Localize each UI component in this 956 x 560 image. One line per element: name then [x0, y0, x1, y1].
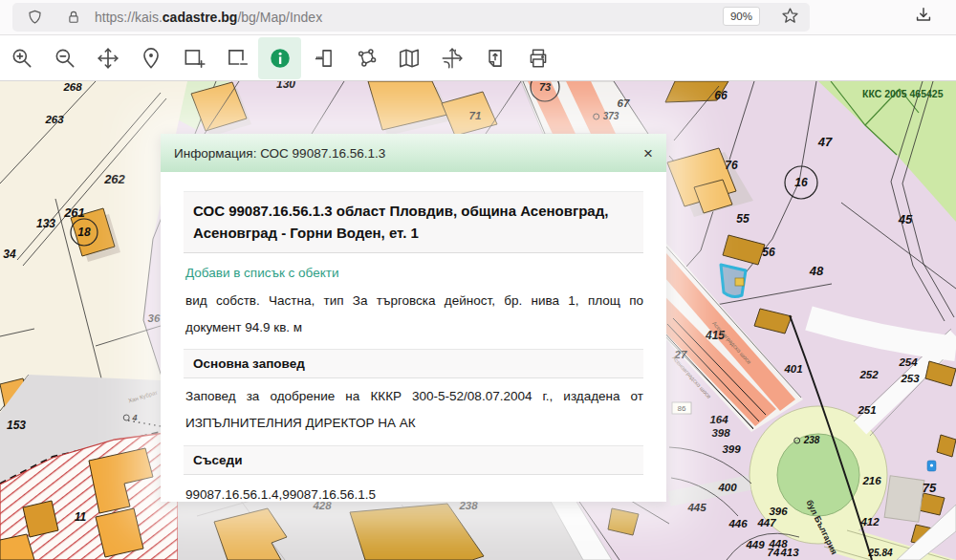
svg-text:401: 401	[783, 363, 802, 375]
svg-text:76: 76	[725, 159, 738, 172]
download-icon[interactable]	[913, 5, 934, 26]
svg-text:25.84: 25.84	[867, 548, 892, 558]
svg-text:153: 153	[7, 419, 26, 432]
svg-text:18: 18	[77, 226, 91, 239]
svg-text:268: 268	[62, 81, 82, 93]
building-gray	[884, 476, 924, 523]
neighbors-section-header: Съседи	[184, 445, 643, 475]
url-text[interactable]: https://kais.cadastre.bg/bg/Map/Index	[95, 10, 322, 25]
svg-text:34: 34	[3, 248, 16, 261]
svg-text:412: 412	[859, 516, 880, 528]
svg-text:400: 400	[717, 482, 737, 493]
svg-text:238: 238	[803, 435, 820, 445]
svg-text:48: 48	[809, 264, 824, 278]
pan-button[interactable]	[86, 37, 129, 79]
order-section-header: Основна заповед	[184, 349, 643, 378]
screen: ККС 2005 465425 268263262261133341836153…	[0, 0, 956, 560]
svg-text:251: 251	[857, 404, 876, 416]
add-to-list-link[interactable]: Добави в списък с обекти	[185, 266, 338, 280]
svg-text:399: 399	[722, 443, 741, 455]
svg-text:73: 73	[539, 81, 551, 93]
svg-text:45: 45	[898, 212, 913, 226]
svg-text:55: 55	[736, 212, 750, 226]
svg-text:47: 47	[817, 135, 833, 149]
popup-title: Информация: СОС 99087.16.56.1.3	[174, 146, 385, 161]
map-toolbar	[0, 35, 956, 81]
coordinates-button[interactable]	[430, 37, 473, 79]
zoom-in-button[interactable]	[0, 37, 43, 79]
svg-text:164: 164	[709, 414, 728, 425]
info-button[interactable]	[258, 37, 301, 79]
close-icon[interactable]: ×	[643, 145, 653, 162]
svg-text:86: 86	[678, 404, 686, 413]
locate-button[interactable]	[129, 37, 172, 79]
zoom-rect-out-button[interactable]	[215, 37, 258, 79]
svg-text:445: 445	[686, 502, 706, 513]
svg-text:252: 252	[858, 369, 879, 380]
lock-icon[interactable]	[65, 9, 82, 26]
popup-body: СОС 99087.16.56.1.3 област Пловдив, общи…	[161, 172, 666, 502]
map-sheets-button[interactable]	[387, 37, 430, 79]
object-heading: СОС 99087.16.56.1.3 област Пловдив, общи…	[184, 191, 643, 253]
svg-text:449: 449	[745, 539, 765, 550]
export-button[interactable]	[473, 37, 516, 79]
svg-text:16: 16	[794, 176, 808, 189]
svg-text:67: 67	[618, 97, 630, 109]
zoom-rect-in-button[interactable]	[172, 37, 215, 79]
svg-text:71: 71	[469, 110, 482, 121]
svg-text:74: 74	[768, 547, 780, 558]
svg-text:398: 398	[711, 427, 730, 439]
measure-distance-button[interactable]	[301, 37, 344, 79]
print-button[interactable]	[516, 37, 559, 79]
info-popup: Информация: СОС 99087.16.56.1.3 × СОС 99…	[161, 134, 666, 502]
svg-text:36: 36	[148, 312, 161, 324]
svg-text:413: 413	[779, 547, 799, 558]
svg-text:446: 446	[728, 518, 748, 529]
svg-text:396: 396	[769, 506, 788, 517]
svg-text:133: 133	[36, 217, 55, 230]
shield-icon[interactable]	[26, 9, 44, 27]
svg-text:4: 4	[131, 413, 137, 422]
page-zoom-badge[interactable]: 90%	[723, 7, 760, 26]
browser-bar: https://kais.cadastre.bg/bg/Map/Index 90…	[0, 0, 956, 35]
svg-text:254: 254	[898, 356, 918, 368]
svg-text:11: 11	[75, 510, 87, 524]
neighbors-list: 99087.16.56.1.4,99087.16.56.1.5	[185, 487, 643, 502]
url-bar[interactable]: https://kais.cadastre.bg/bg/Map/Index 90…	[12, 3, 810, 32]
map-marker-dot	[930, 463, 933, 466]
order-text: Заповед за одобрение на КККР 300-5-52/08…	[185, 383, 643, 436]
svg-text:56: 56	[762, 246, 775, 259]
svg-text:261: 261	[63, 205, 85, 220]
roundabout-center	[777, 434, 859, 516]
selected-building-part	[735, 278, 744, 286]
svg-text:216: 216	[861, 475, 881, 486]
star-icon[interactable]	[780, 6, 800, 26]
svg-text:373: 373	[603, 111, 619, 121]
object-details: вид собств. Частна, тип За търговска дей…	[185, 288, 643, 340]
svg-text:66: 66	[714, 89, 728, 102]
measure-area-button[interactable]	[344, 37, 387, 79]
popup-header: Информация: СОС 99087.16.56.1.3 ×	[161, 134, 666, 172]
svg-text:263: 263	[44, 114, 64, 125]
svg-text:262: 262	[103, 172, 125, 186]
map-watermark: ККС 2005 465425	[862, 88, 944, 99]
svg-text:447: 447	[756, 517, 776, 528]
zoom-out-button[interactable]	[43, 37, 86, 79]
svg-text:130: 130	[276, 81, 295, 91]
svg-text:253: 253	[900, 373, 920, 384]
svg-text:75: 75	[923, 481, 937, 495]
